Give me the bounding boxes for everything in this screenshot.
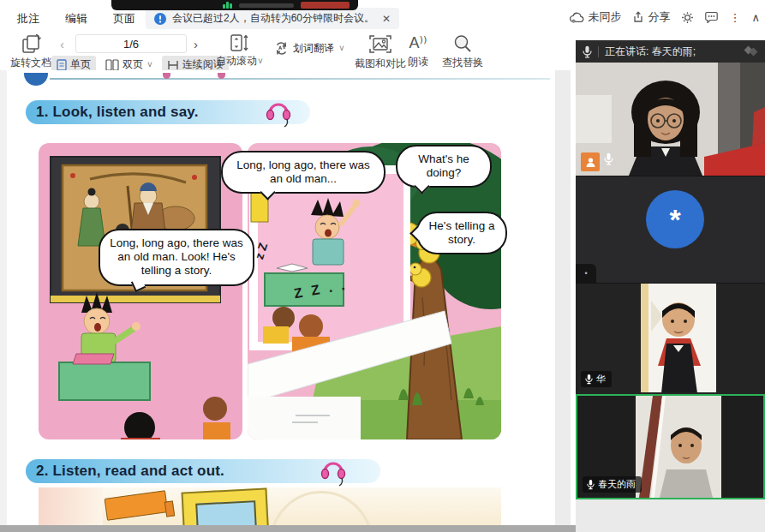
window-bottom-edge [0, 525, 576, 532]
end-meeting-button[interactable] [301, 2, 350, 9]
participant-video-1[interactable] [576, 63, 765, 176]
participant-video-3[interactable]: 华 [576, 283, 765, 392]
double-page-icon [105, 59, 119, 71]
meeting-floating-bar [111, 0, 358, 10]
panel-collapse-icon[interactable] [743, 45, 758, 57]
auto-scroll-button[interactable]: 自动滚动˅ [216, 33, 263, 69]
more-menu-button[interactable]: ⋮ [729, 11, 740, 24]
share-icon [632, 11, 644, 23]
read-aloud-icon: A⁾⁾ [409, 33, 427, 53]
notification-text: 会议已超过2人，自动转为60分钟限时会议。 [172, 11, 374, 26]
watermark-circle [270, 491, 373, 525]
continuous-read-icon [167, 59, 179, 71]
translate-icon [274, 41, 289, 56]
double-diamond-icon [743, 45, 758, 57]
speaking-status-bar: 正在讲话: 春天的雨; [576, 40, 765, 63]
participant3-name-badge: 华 [581, 371, 612, 387]
gear-icon [681, 11, 694, 24]
speech-bubble-birds-answer: He's telling a story. [416, 212, 507, 254]
mic-on-icon [604, 152, 613, 169]
avatar: * [646, 190, 704, 248]
meeting-title-blurred [239, 3, 294, 8]
panel-lower-area [576, 499, 765, 532]
find-replace-button[interactable]: 查找替换 [442, 33, 483, 70]
comic-illustration: Long, long ago, there was an old man... … [39, 143, 501, 439]
sync-status[interactable]: 未同步 [570, 9, 621, 25]
person-icon [585, 157, 596, 168]
feedback-button[interactable] [705, 11, 718, 23]
app-window: { "meeting_float_bar": { "end_button_col… [0, 0, 765, 532]
meeting-notification: 会议已超过2人，自动转为60分钟限时会议。 ✕ [146, 8, 399, 29]
translate-caret: ˅ [339, 44, 344, 53]
notification-close-icon[interactable]: ✕ [382, 13, 391, 25]
rotate-document-icon [20, 33, 42, 54]
word-translate-button[interactable]: 划词翻译 ˅ [274, 41, 344, 56]
headphones-icon [264, 96, 293, 129]
unit-number-bubble-partial [24, 73, 48, 86]
menu-tabs: 批注 编辑 页面 [17, 11, 135, 27]
participant2-mini-badge: • [576, 264, 596, 283]
header-rule [50, 78, 550, 80]
speech-bubble-classroom: Long, long ago, there was an old man. Lo… [99, 229, 254, 286]
section2-illustration-partial [39, 487, 501, 525]
divider [598, 46, 599, 57]
participant-video-2[interactable]: * • [576, 176, 765, 283]
document-scrollbar[interactable] [555, 70, 571, 525]
microphone-icon [604, 152, 613, 165]
auto-scroll-icon [229, 33, 249, 52]
window-actions: 未同步 分享 ⋮ ∧ [570, 9, 760, 25]
orange-marker-art [105, 490, 169, 521]
info-icon [154, 13, 166, 25]
yellow-frame-art [181, 487, 269, 525]
share-button[interactable]: 分享 [632, 9, 670, 25]
prev-page-button[interactable]: ‹ [60, 37, 64, 51]
microphone-icon [587, 479, 595, 490]
snapshot-compare-button[interactable]: 截图和对比 [355, 33, 406, 71]
speaking-status-text: 正在讲话: 春天的雨; [605, 45, 696, 59]
single-page-icon [57, 59, 67, 71]
volume-meter-icon [223, 2, 232, 9]
read-aloud-button[interactable]: A⁾⁾ 朗读 [408, 33, 428, 69]
textbook-page: 1. Look, listen and say. [7, 70, 555, 525]
rotate-document-button[interactable]: 旋转文档 [10, 33, 51, 70]
meeting-video-panel: 正在讲话: 春天的雨; [576, 40, 765, 499]
participant-video-4-active[interactable]: 春天的雨 [576, 394, 765, 499]
orange-marker-cap-art [164, 500, 175, 517]
microphone-icon [583, 45, 592, 58]
presenter-badge [581, 152, 600, 171]
tab-annotate[interactable]: 批注 [17, 11, 39, 27]
chat-bubble-icon [705, 11, 718, 23]
speech-bubble-birds-question: What's he doing? [396, 145, 492, 188]
headphones-icon [319, 455, 348, 487]
cloud-icon [570, 12, 584, 23]
next-page-button[interactable]: › [194, 37, 198, 51]
microphone-icon [585, 374, 593, 385]
collapse-toolbar-button[interactable]: ∧ [751, 11, 760, 24]
double-page-caret: ˅ [147, 60, 152, 69]
document-toolbar: 旋转文档 ‹ › 单页 双页 ˅ [0, 31, 555, 70]
tab-page[interactable]: 页面 [113, 11, 135, 27]
frame-glass-art [195, 500, 257, 525]
tab-edit[interactable]: 编辑 [65, 11, 87, 27]
find-replace-icon [452, 33, 473, 54]
snapshot-compare-icon [368, 33, 393, 55]
participant4-name-badge: 春天的雨 [583, 476, 642, 493]
page-number-input[interactable] [75, 34, 187, 53]
speech-bubble-boy: Long, long ago, there was an old man... [221, 151, 385, 194]
settings-button[interactable] [681, 11, 694, 24]
illustration-edge [39, 487, 103, 525]
